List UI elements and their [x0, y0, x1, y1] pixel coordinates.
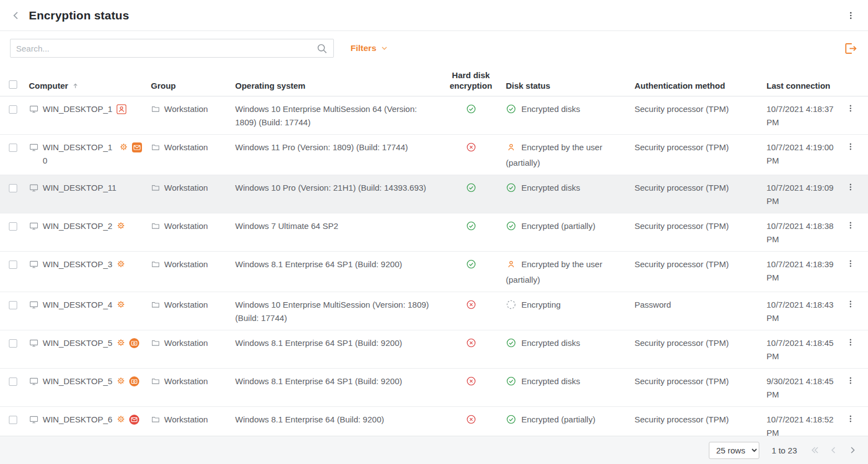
- auth-method: Security processor (TPM): [627, 175, 759, 200]
- disk-status-label: Encrypting: [521, 300, 561, 309]
- title-bar: Encryption status: [0, 0, 868, 31]
- row-menu-icon[interactable]: [846, 414, 855, 424]
- folder-icon: [151, 221, 160, 234]
- search-input[interactable]: [16, 44, 316, 53]
- row-menu-icon[interactable]: [846, 142, 855, 151]
- row-menu-icon[interactable]: [846, 376, 855, 385]
- folder-icon: [151, 376, 160, 390]
- monitor-icon: [29, 376, 39, 390]
- column-header-disk-status[interactable]: Disk status: [498, 80, 627, 91]
- next-page-icon[interactable]: [847, 445, 858, 456]
- last-connection: 10/7/2021 4:18:52 PM: [759, 407, 843, 436]
- os-label: Windows 8.1 Enterprise 64 SP1 (Build: 92…: [230, 252, 446, 276]
- auth-method: Security processor (TPM): [627, 135, 759, 159]
- chevron-left-icon: [10, 9, 22, 22]
- filters-button[interactable]: Filters: [351, 43, 389, 53]
- pagination-controls: [809, 445, 858, 456]
- row-checkbox[interactable]: [9, 301, 17, 309]
- os-label: Windows 10 Enterprise MultiSession (Vers…: [230, 292, 446, 330]
- back-button[interactable]: [10, 9, 22, 22]
- row-checkbox[interactable]: [9, 378, 17, 386]
- hdd-encryption-status-icon: [466, 338, 476, 352]
- hdd-encryption-status-icon: [466, 259, 476, 273]
- monitor-icon: [29, 415, 39, 429]
- monitor-icon: [29, 104, 39, 118]
- disk-status-label: Encrypted (partially): [521, 221, 595, 231]
- computer-name[interactable]: WIN_DESKTOP_10: [43, 141, 115, 167]
- row-menu-icon[interactable]: [846, 221, 855, 230]
- row-checkbox[interactable]: [9, 222, 17, 231]
- prev-page-icon[interactable]: [828, 445, 839, 456]
- search-icon[interactable]: [316, 43, 328, 54]
- computer-name[interactable]: WIN_DESKTOP_3: [43, 258, 113, 271]
- os-label: Windows 10 Enterprise MultiSession 64 (V…: [230, 96, 446, 134]
- column-header-group[interactable]: Group: [148, 80, 230, 91]
- last-connection: 10/7/2021 4:18:38 PM: [759, 213, 843, 251]
- disk-status-icon: [506, 221, 516, 235]
- table-row: WIN_DESKTOP_4 Workstation Windows 10 Ent…: [0, 292, 868, 330]
- row-menu-icon[interactable]: [846, 338, 855, 347]
- pending-restart-gear-icon: [116, 300, 125, 309]
- auth-method: Password: [627, 292, 759, 317]
- first-page-icon[interactable]: [809, 445, 820, 456]
- table-body: WIN_DESKTOP_1 Workstation Windows 10 Ent…: [0, 96, 868, 436]
- rows-per-page-select[interactable]: 25 rows: [709, 442, 759, 459]
- computer-name[interactable]: WIN_DESKTOP_11: [43, 181, 116, 195]
- auth-method: Security processor (TPM): [627, 252, 759, 276]
- export-icon[interactable]: [843, 41, 858, 56]
- last-connection: 10/7/2021 4:18:37 PM: [759, 96, 843, 134]
- hdd-encryption-status-icon: [466, 182, 476, 197]
- auth-method: Security processor (TPM): [627, 96, 759, 121]
- computer-name[interactable]: WIN_DESKTOP_4: [43, 298, 113, 312]
- row-menu-icon[interactable]: [846, 259, 855, 268]
- row-checkbox[interactable]: [9, 184, 17, 192]
- search-box: [10, 39, 334, 58]
- disk-status-icon: [506, 259, 516, 273]
- os-label: Windows 8.1 Enterprise 64 SP1 (Build: 92…: [230, 369, 446, 393]
- folder-icon: [151, 300, 160, 313]
- monitor-icon: [29, 221, 39, 235]
- group-label: Workstation: [164, 103, 208, 116]
- row-checkbox[interactable]: [9, 416, 17, 424]
- group-label: Workstation: [164, 413, 208, 426]
- row-checkbox[interactable]: [9, 339, 17, 348]
- computer-name[interactable]: WIN_DESKTOP_1: [43, 103, 113, 116]
- select-all-checkbox[interactable]: [9, 80, 17, 89]
- computer-name[interactable]: WIN_DESKTOP_5: [43, 336, 113, 350]
- disk-status-label: Encrypted (partially): [521, 415, 595, 424]
- header-menu-icon[interactable]: [844, 8, 858, 23]
- monitor-icon: [29, 142, 39, 156]
- os-label: Windows 8.1 Enterprise 64 (Build: 9200): [230, 407, 446, 431]
- table-row: WIN_DESKTOP_5 Workstation Windows 8.1 En…: [0, 369, 868, 407]
- column-header-auth-method[interactable]: Authentication method: [627, 80, 759, 91]
- column-header-hdd-encryption[interactable]: Hard disk encryption: [446, 70, 498, 91]
- row-checkbox[interactable]: [9, 144, 17, 152]
- auth-method: Security processor (TPM): [627, 213, 759, 238]
- computer-name[interactable]: WIN_DESKTOP_5: [43, 375, 113, 388]
- table-row: WIN_DESKTOP_10 Workstation Windows 11 Pr…: [0, 135, 868, 175]
- folder-icon: [151, 183, 160, 196]
- disk-status-label: Encrypted disks: [521, 338, 580, 348]
- table-row: WIN_DESKTOP_5 Workstation Windows 8.1 En…: [0, 330, 868, 369]
- column-header-computer[interactable]: Computer: [29, 80, 148, 91]
- computer-name[interactable]: WIN_DESKTOP_6: [43, 413, 113, 426]
- last-connection: 10/7/2021 4:18:43 PM: [759, 292, 843, 330]
- row-checkbox[interactable]: [9, 105, 17, 114]
- disk-status-icon: [506, 142, 516, 156]
- disk-status-label: Encrypted by the user (partially): [506, 142, 602, 167]
- last-connection: 9/30/2021 4:18:45 PM: [759, 369, 843, 406]
- row-menu-icon[interactable]: [846, 182, 855, 192]
- column-header-os[interactable]: Operating system: [230, 80, 446, 91]
- computer-name[interactable]: WIN_DESKTOP_2: [43, 220, 113, 233]
- page-title: Encryption status: [29, 9, 129, 22]
- group-label: Workstation: [164, 298, 208, 312]
- disk-status-icon: [506, 182, 516, 197]
- row-menu-icon[interactable]: [846, 104, 855, 113]
- os-label: Windows 8.1 Enterprise 64 SP1 (Build: 92…: [230, 330, 446, 355]
- row-menu-icon[interactable]: [846, 299, 855, 309]
- row-checkbox[interactable]: [9, 261, 17, 269]
- column-header-last-connection[interactable]: Last connection: [759, 80, 843, 91]
- disk-status-icon: [506, 376, 516, 390]
- os-label: Windows 10 Pro (Version: 21H1) (Build: 1…: [230, 175, 446, 200]
- last-connection: 10/7/2021 4:18:39 PM: [759, 252, 843, 289]
